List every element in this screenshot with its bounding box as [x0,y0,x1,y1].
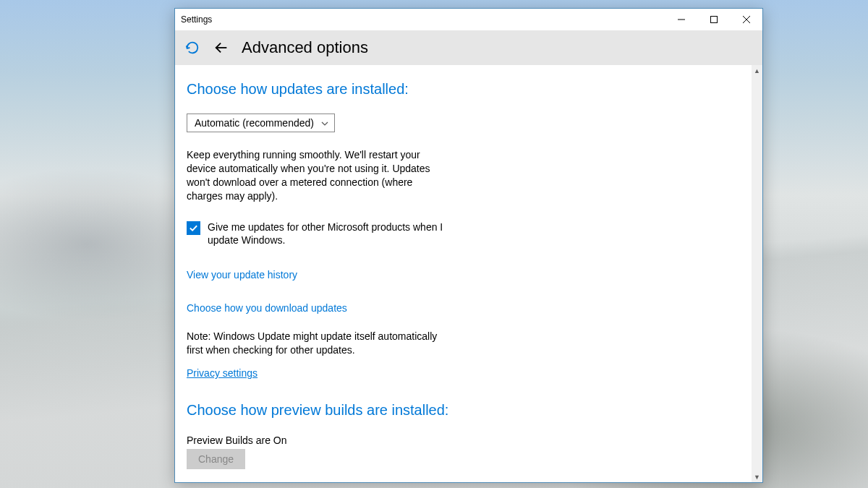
svg-rect-1 [710,17,717,23]
other-products-checkbox[interactable] [187,221,200,235]
preview-builds-status: Preview Builds are On [187,435,751,446]
scroll-up-arrow-icon[interactable]: ▲ [752,65,762,76]
window-controls [665,9,762,30]
choose-download-link[interactable]: Choose how you download updates [187,302,347,314]
header-bar: Advanced options [175,30,762,65]
refresh-button[interactable] [184,39,201,56]
vertical-scrollbar[interactable]: ▲ ▼ [752,65,762,482]
close-icon [743,16,750,23]
install-mode-description: Keep everything running smoothly. We'll … [187,148,436,203]
back-arrow-icon [213,40,229,56]
back-button[interactable] [213,39,230,56]
section-updates-heading: Choose how updates are installed: [187,81,751,98]
dropdown-value: Automatic (recommended) [195,117,314,129]
checkmark-icon [189,223,198,233]
privacy-settings-link[interactable]: Privacy settings [187,367,258,379]
window-title: Settings [181,14,212,25]
minimize-button[interactable] [665,9,697,30]
other-products-checkbox-row[interactable]: Give me updates for other Microsoft prod… [187,221,447,248]
install-mode-dropdown[interactable]: Automatic (recommended) [187,114,335,132]
maximize-icon [710,16,718,23]
minimize-icon [678,16,685,23]
chevron-down-icon [321,119,328,127]
page-title: Advanced options [242,38,368,57]
other-products-checkbox-label: Give me updates for other Microsoft prod… [208,221,447,248]
titlebar: Settings [175,9,762,30]
content-area: Choose how updates are installed: Automa… [175,65,762,482]
refresh-icon [184,40,200,56]
self-update-note: Note: Windows Update might update itself… [187,330,447,357]
settings-window: Settings Advanced options [174,8,763,483]
maximize-button[interactable] [697,9,730,30]
section-preview-heading: Choose how preview builds are installed: [187,402,751,419]
close-button[interactable] [730,9,762,30]
change-button[interactable]: Change [187,449,245,469]
view-update-history-link[interactable]: View your update history [187,269,297,281]
scroll-down-arrow-icon[interactable]: ▼ [752,471,762,482]
